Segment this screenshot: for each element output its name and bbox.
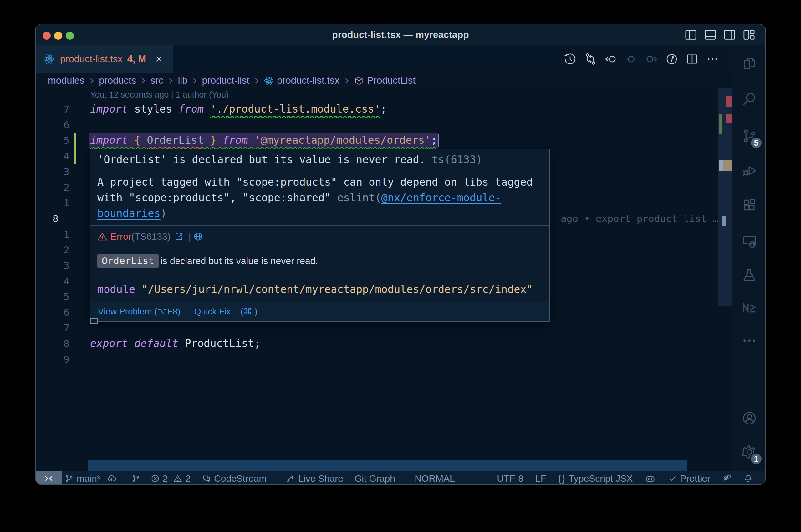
code-token	[248, 134, 254, 146]
git-branch-icon	[65, 474, 74, 483]
line-content[interactable]: export default ProductList;	[90, 336, 261, 352]
breadcrumb-item-src[interactable]: src	[150, 75, 163, 86]
breadcrumb-item-product-list[interactable]: product-list	[202, 75, 249, 86]
live-share-status[interactable]: Live Share	[286, 473, 343, 484]
codestream-status[interactable]: CodeStream	[202, 473, 267, 484]
code-token: export	[90, 337, 128, 349]
line-content[interactable]: import styles from './product-list.modul…	[90, 101, 387, 117]
toggle-panel-bottom-icon[interactable]	[703, 28, 717, 42]
code-line[interactable]: 7import styles from './product-list.modu…	[36, 101, 731, 117]
gitlens-codelens[interactable]: You, 12 seconds ago | 1 author (You)	[90, 88, 229, 101]
eol-status[interactable]: LF	[535, 473, 546, 484]
activity-search[interactable]	[732, 84, 766, 114]
line-number: 4	[36, 273, 70, 289]
remote-indicator[interactable]	[36, 471, 62, 485]
breadcrumb-item-modules[interactable]: modules	[48, 75, 85, 86]
manage-badge: 1	[750, 453, 763, 465]
activity-testing[interactable]	[732, 260, 766, 290]
minimap-mark	[726, 96, 731, 107]
chevron-right-icon	[253, 77, 261, 85]
activity-run-debug[interactable]	[732, 155, 766, 185]
warning-count-icon	[173, 474, 182, 483]
line-number: 2	[36, 242, 70, 258]
breadcrumb-item-products[interactable]: products	[99, 75, 136, 86]
hover-actions: View Problem (⌥F8) Quick Fix... (⌘.)	[90, 301, 549, 321]
tab-product-list[interactable]: product-list.tsx 4, M	[36, 45, 173, 73]
more-actions-icon[interactable]	[706, 53, 719, 65]
hover-resize-grip[interactable]	[90, 318, 98, 324]
beaker-icon	[741, 267, 758, 283]
code-line[interactable]: 6	[36, 117, 731, 133]
globe-icon[interactable]	[193, 232, 203, 242]
titlebar[interactable]: product-list.tsx — myreactapp	[36, 24, 765, 45]
language-status[interactable]: {} TypeScript JSX	[558, 473, 633, 484]
editor[interactable]: You, 12 seconds ago | 1 author (You) 7im…	[36, 88, 731, 471]
code-token: {	[134, 134, 141, 146]
activity-manage[interactable]: 1	[732, 437, 766, 467]
breadcrumb-item-lib[interactable]: lib	[178, 75, 187, 86]
git-graph-status[interactable]: Git Graph	[354, 473, 395, 484]
code-token	[204, 103, 210, 115]
files-icon	[741, 55, 758, 72]
code-token	[172, 103, 178, 115]
activity-explorer[interactable]	[732, 49, 766, 78]
copilot-status[interactable]	[644, 473, 656, 484]
feedback-status[interactable]	[722, 474, 731, 483]
react-icon	[43, 54, 54, 65]
close-tab-icon[interactable]	[154, 54, 164, 64]
git-compare-icon[interactable]	[584, 53, 597, 65]
line-number: 3	[36, 258, 70, 273]
activity-account[interactable]	[732, 403, 766, 433]
activity-source-control[interactable]: 5	[732, 121, 766, 151]
quick-fix-action[interactable]: Quick Fix... (⌘.)	[194, 306, 257, 317]
code-token: import	[90, 103, 128, 115]
customize-layout-icon[interactable]	[742, 28, 756, 42]
activity-more[interactable]	[732, 326, 766, 356]
search-icon	[741, 91, 758, 107]
breadcrumb-item-symbol[interactable]: ProductList	[367, 75, 416, 86]
toggle-panel-right-icon[interactable]	[723, 28, 736, 42]
toggle-panel-left-icon[interactable]	[684, 28, 698, 42]
code-token	[216, 134, 222, 146]
horizontal-scrollbar[interactable]	[88, 460, 688, 471]
extensions-icon	[741, 197, 758, 213]
code-token: './product-list.module.css'	[210, 103, 381, 115]
git-compare-status[interactable]	[131, 474, 141, 483]
symbol-structure-icon	[354, 76, 364, 86]
code-line[interactable]: 5import { OrderList } from '@myreactapp/…	[36, 133, 731, 148]
code-line[interactable]: 8export default ProductList;	[36, 336, 731, 352]
toolbar-separator	[561, 47, 561, 71]
code-token: }	[210, 134, 216, 146]
code-line[interactable]: 9	[36, 352, 731, 367]
scm-badge: 5	[750, 137, 763, 149]
timeline-history-icon[interactable]	[564, 53, 577, 65]
branch-status[interactable]: main*	[65, 473, 116, 484]
encoding-status[interactable]: UTF-8	[497, 473, 524, 484]
next-change-icon[interactable]	[645, 53, 658, 65]
formatter-status[interactable]: Prettier	[668, 473, 710, 484]
activity-nx-console[interactable]	[732, 293, 766, 323]
error-count-icon	[150, 474, 160, 483]
code-token	[128, 134, 134, 146]
code-token: default	[134, 337, 178, 349]
previous-change-icon[interactable]	[604, 53, 617, 65]
open-external-icon[interactable]	[174, 232, 184, 241]
notifications-status[interactable]	[743, 474, 753, 483]
activity-remote-explorer[interactable]	[732, 226, 766, 256]
bell-icon	[743, 474, 753, 483]
change-disabled-icon[interactable]	[624, 53, 638, 65]
gitlens-graph-icon[interactable]	[665, 53, 678, 65]
code-token: ;	[431, 134, 437, 146]
line-content[interactable]: import { OrderList } from '@myreactapp/m…	[90, 133, 438, 148]
problems-status[interactable]: 2 2	[150, 473, 190, 484]
hover-popup: 'OrderList' is declared but its value is…	[90, 149, 550, 322]
hover-module-row: module "/Users/juri/nrwl/content/myreact…	[90, 278, 549, 301]
split-editor-icon[interactable]	[686, 53, 699, 65]
breadcrumb: modules products src lib product-list pr…	[36, 73, 731, 88]
braces-icon: {}	[558, 473, 566, 484]
activity-extensions[interactable]	[732, 190, 766, 220]
breadcrumb-item-file[interactable]: product-list.tsx	[277, 75, 340, 86]
vim-mode-status[interactable]: -- NORMAL --	[406, 473, 463, 484]
view-problem-action[interactable]: View Problem (⌥F8)	[98, 306, 181, 317]
code-line[interactable]: 7	[36, 320, 731, 336]
